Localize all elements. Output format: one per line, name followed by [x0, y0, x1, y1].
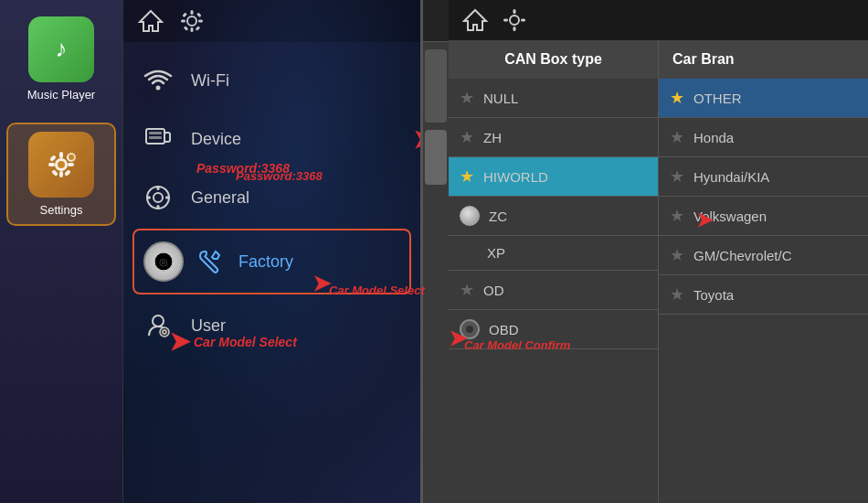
- hyundai-star-icon: ★: [670, 166, 684, 187]
- can-box-header: CAN Box type: [449, 40, 658, 79]
- svg-rect-21: [182, 13, 187, 18]
- svg-rect-45: [513, 27, 516, 31]
- general-icon: [142, 181, 175, 214]
- sidebar: ♪ Music Player: [0, 0, 123, 503]
- right-home-icon[interactable]: [462, 8, 488, 32]
- svg-rect-18: [191, 27, 194, 32]
- od-label: OD: [483, 283, 504, 298]
- volkswagen-star-icon: ★: [670, 206, 684, 226]
- svg-rect-20: [198, 20, 203, 23]
- car-brand-item-gm[interactable]: ★ GM/Chevrolet/C: [659, 236, 868, 275]
- factory-toggle[interactable]: ◎: [143, 241, 184, 282]
- menu-list: Wi-Fi ➤ Device ➤ Password:3368: [123, 42, 420, 364]
- right-panel: CAN Box type ★ NULL ★ ZH ★ HIWORLD ZC ➤: [449, 0, 868, 503]
- svg-rect-32: [157, 186, 160, 190]
- general-label: General: [191, 188, 249, 208]
- honda-label: Honda: [693, 130, 734, 145]
- right-gear-icon[interactable]: [502, 7, 527, 33]
- car-brand-item-honda[interactable]: ★ Honda: [659, 118, 868, 157]
- toyota-label: Toyota: [693, 287, 734, 303]
- gear-icon[interactable]: [178, 7, 206, 35]
- svg-point-39: [153, 316, 164, 326]
- svg-rect-19: [181, 20, 185, 23]
- can-box-column: CAN Box type ★ NULL ★ ZH ★ HIWORLD ZC ➤: [449, 40, 659, 503]
- menu-item-device[interactable]: ➤ Device ➤: [123, 110, 420, 168]
- can-box-item-obd[interactable]: OBD: [449, 310, 658, 349]
- svg-rect-33: [157, 205, 160, 209]
- hiworld-label: HIWORLD: [483, 169, 548, 185]
- svg-text:◎: ◎: [159, 256, 168, 267]
- menu-item-factory[interactable]: ◎ Factory: [132, 229, 411, 294]
- obd-label: OBD: [489, 322, 519, 337]
- hyundai-label: Hyundai/KIA: [693, 169, 769, 185]
- svg-rect-44: [513, 9, 516, 14]
- svg-point-16: [187, 16, 196, 26]
- right-topbar: [449, 0, 868, 40]
- other-label: OTHER: [693, 91, 742, 106]
- menu-item-wifi[interactable]: Wi-Fi: [123, 51, 420, 110]
- menu-item-general[interactable]: General: [123, 168, 420, 227]
- svg-rect-6: [59, 171, 63, 177]
- device-icon: [142, 123, 175, 155]
- zh-label: ZH: [483, 130, 502, 145]
- can-box-item-od[interactable]: ★ OD: [449, 271, 658, 310]
- can-box-item-hiworld[interactable]: ★ HIWORLD: [449, 157, 658, 197]
- music-player-icon: ♪: [28, 16, 94, 82]
- svg-text:♪: ♪: [56, 35, 68, 62]
- svg-rect-35: [165, 197, 170, 199]
- sidebar-app-settings[interactable]: Settings: [6, 123, 116, 226]
- factory-wrench-icon: [195, 245, 228, 278]
- svg-rect-23: [184, 26, 189, 31]
- user-label: User: [191, 316, 226, 336]
- settings-icon: [28, 132, 94, 198]
- can-box-item-null[interactable]: ★ NULL: [449, 79, 658, 118]
- svg-point-31: [153, 193, 163, 202]
- svg-rect-5: [59, 152, 63, 158]
- svg-rect-29: [164, 133, 170, 142]
- svg-rect-46: [503, 19, 508, 22]
- svg-rect-11: [51, 169, 58, 177]
- svg-point-43: [510, 16, 519, 25]
- car-brand-item-toyota[interactable]: ★ Toyota: [659, 275, 868, 315]
- sidebar-app-music[interactable]: ♪ Music Player: [6, 9, 116, 109]
- svg-rect-34: [146, 197, 151, 199]
- toyota-star-icon: ★: [670, 284, 684, 305]
- svg-point-4: [58, 161, 65, 168]
- car-brand-item-other[interactable]: ★ OTHER: [659, 79, 868, 118]
- svg-rect-8: [68, 163, 74, 166]
- device-arrow2: ➤: [413, 124, 420, 155]
- svg-point-14: [69, 155, 74, 160]
- home-icon[interactable]: [137, 9, 164, 33]
- volkswagen-label: Volkswagen: [693, 209, 767, 224]
- can-box-item-xp[interactable]: XP: [449, 236, 658, 271]
- car-brand-item-volkswagen[interactable]: ★ Volkswagen: [659, 197, 868, 236]
- can-box-item-zc[interactable]: ZC ➤: [449, 197, 658, 236]
- svg-rect-7: [48, 163, 55, 166]
- svg-rect-9: [49, 155, 57, 162]
- null-star-icon: ★: [460, 88, 474, 108]
- other-star-icon: ★: [670, 88, 684, 108]
- honda-star-icon: ★: [670, 127, 684, 147]
- wifi-icon: [142, 64, 175, 97]
- gm-label: GM/Chevrolet/C: [693, 248, 792, 263]
- car-brand-column: Car Bran ★ OTHER ★ Honda ★ Hyundai/KIA ★…: [659, 40, 868, 503]
- svg-point-40: [160, 327, 169, 337]
- xp-label: XP: [487, 245, 505, 261]
- user-icon: [142, 309, 175, 342]
- right-content: CAN Box type ★ NULL ★ ZH ★ HIWORLD ZC ➤: [449, 40, 868, 503]
- gm-star-icon: ★: [670, 245, 684, 265]
- can-box-item-zh[interactable]: ★ ZH: [449, 118, 658, 157]
- car-brand-item-hyundai[interactable]: ★ Hyundai/KIA: [659, 157, 868, 197]
- wifi-label: Wi-Fi: [191, 71, 229, 91]
- zh-star-icon: ★: [460, 127, 474, 147]
- obd-icon: [460, 319, 480, 339]
- device-label: Device: [191, 130, 241, 149]
- svg-rect-27: [149, 132, 162, 134]
- zc-circle-icon: [460, 206, 480, 226]
- small-mid-panel: [423, 0, 449, 503]
- car-brand-header: Car Bran: [659, 40, 868, 79]
- menu-item-user[interactable]: User: [123, 296, 420, 355]
- settings-label: Settings: [40, 203, 83, 217]
- factory-label: Factory: [238, 252, 293, 272]
- music-player-label: Music Player: [27, 88, 95, 102]
